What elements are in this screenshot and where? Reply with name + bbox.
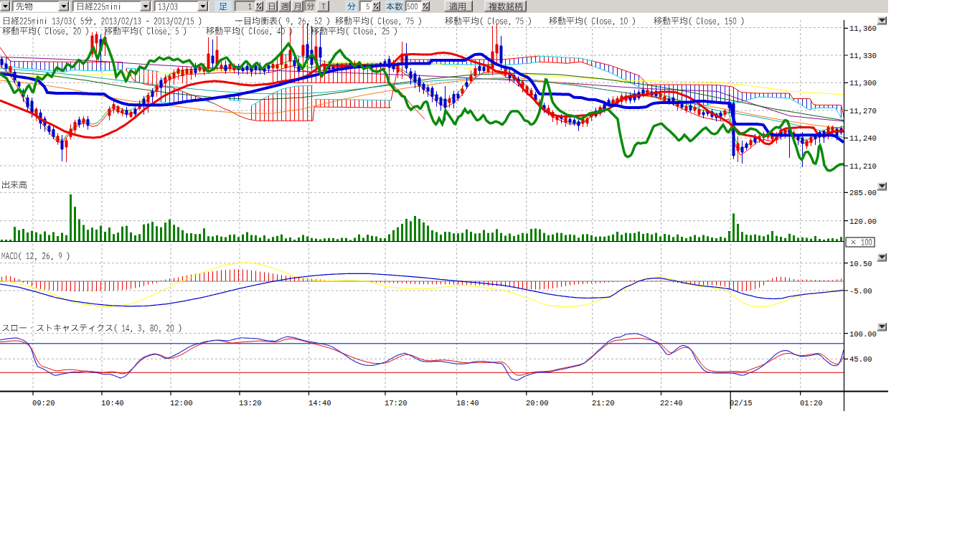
- svg-text:11,210: 11,210: [849, 162, 877, 171]
- svg-text:-5.00: -5.00: [849, 287, 872, 296]
- svg-text:10.50: 10.50: [849, 260, 872, 268]
- svg-text:11,330: 11,330: [849, 52, 877, 60]
- svg-text:12:00: 12:00: [170, 399, 193, 408]
- svg-text:11,270: 11,270: [849, 107, 877, 116]
- svg-text:22:40: 22:40: [660, 399, 683, 408]
- svg-text:21:20: 21:20: [592, 399, 615, 408]
- svg-text:45.00: 45.00: [849, 355, 872, 364]
- svg-text:20:00: 20:00: [526, 399, 549, 408]
- svg-text:18:40: 18:40: [456, 399, 479, 408]
- svg-text:285.00: 285.00: [849, 189, 877, 197]
- svg-text:11,300: 11,300: [849, 79, 877, 88]
- svg-text:11,360: 11,360: [849, 24, 877, 33]
- svg-text:120.00: 120.00: [849, 217, 877, 226]
- svg-text:01:20: 01:20: [800, 399, 823, 408]
- svg-text:10:40: 10:40: [101, 399, 124, 408]
- svg-text:11,240: 11,240: [849, 134, 877, 143]
- svg-text:100.00: 100.00: [849, 330, 877, 339]
- svg-text:02/15: 02/15: [730, 399, 753, 408]
- svg-text:13:20: 13:20: [239, 399, 262, 408]
- svg-text:17:20: 17:20: [385, 399, 407, 408]
- svg-text:09:20: 09:20: [32, 399, 55, 408]
- svg-text:14:40: 14:40: [308, 399, 331, 408]
